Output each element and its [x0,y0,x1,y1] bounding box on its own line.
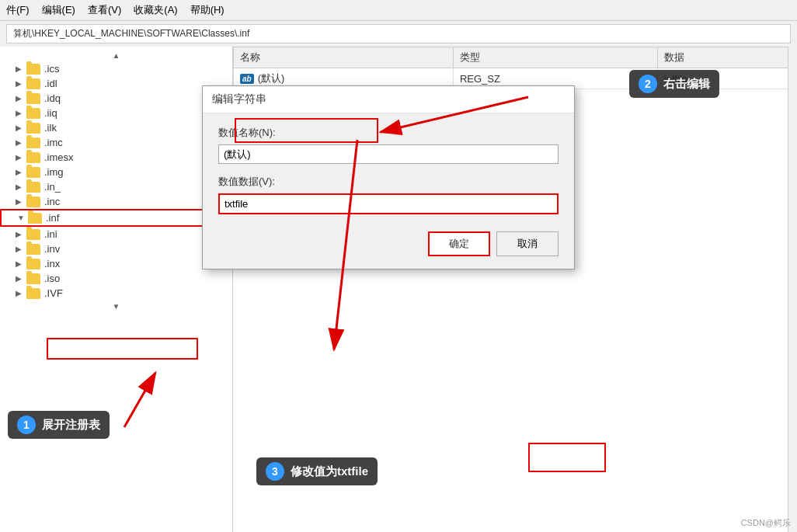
tree-label: .ini [44,228,57,240]
tree-label: .imc [44,137,63,148]
folder-icon [28,213,42,224]
menu-favorites[interactable]: 收藏夹(A) [134,3,177,17]
col-data: 数据 [657,47,796,68]
folder-icon [26,137,40,148]
folder-icon [26,273,40,284]
tree-arrow: ▶ [16,123,25,132]
name-label: 数值名称(N): [218,126,559,140]
watermark: CSDN@鳄乐 [741,517,791,529]
tree-item-inc[interactable]: ▶.inc [0,194,232,209]
address-path: 算机\HKEY_LOCAL_MACHINE\SOFTWARE\Classes\.… [13,28,249,39]
callout-text-2: 右击编辑 [663,77,710,92]
tree-label: .iso [44,273,60,284]
tree-arrow: ▶ [16,274,25,283]
folder-icon [26,78,40,89]
folder-icon [26,196,40,207]
menu-file[interactable]: 件(F) [6,3,30,17]
tree-label: .in_ [44,181,61,193]
callout-num-1: 1 [17,416,36,434]
menu-view[interactable]: 查看(V) [88,3,121,17]
menu-help[interactable]: 帮助(H) [190,3,224,17]
scroll-down-arrow[interactable]: ▼ [0,301,232,312]
folder-icon [26,93,40,104]
tree-item-img[interactable]: ▶.img [0,165,232,179]
edit-string-dialog: 编辑字符串 数值名称(N): 数值数据(V): 确定 取消 [202,85,575,269]
folder-icon [26,229,40,240]
tree-item-inv[interactable]: ▶.inv [0,242,232,256]
tree-label: .ilk [44,122,57,134]
folder-icon [26,288,40,299]
dialog-body: 数值名称(N): 数值数据(V): 确定 取消 [203,113,574,269]
menubar: 件(F) 编辑(E) 查看(V) 收藏夹(A) 帮助(H) [0,0,797,21]
data-label: 数值数据(V): [218,175,559,189]
tree-label: .imesx [44,151,74,163]
tree-item-ini[interactable]: ▶.ini [0,227,232,242]
tree-label: .iiq [44,107,57,119]
address-bar: 算机\HKEY_LOCAL_MACHINE\SOFTWARE\Classes\.… [6,24,791,43]
tree-item-ilk[interactable]: ▶.ilk [0,120,232,135]
folder-icon [26,108,40,119]
cancel-button[interactable]: 取消 [496,231,559,256]
tree-label: .idl [44,78,57,89]
vertical-scrollbar[interactable] [788,47,797,532]
tree-item-iiq[interactable]: ▶.iiq [0,106,232,120]
tree-label: .idq [44,92,61,104]
tree-item-inx[interactable]: ▶.inx [0,256,232,271]
tree-arrow: ▶ [16,109,25,117]
tree-item-in_[interactable]: ▶.in_ [0,179,232,194]
dialog-buttons: 确定 取消 [218,231,559,256]
tree-item-idl[interactable]: ▶.idl [0,76,232,91]
tree-label: .inx [44,258,60,269]
tree-arrow: ▶ [16,259,25,268]
tree-arrow: ▶ [16,245,25,253]
folder-icon [26,167,40,178]
tree-label: .inf [46,212,59,224]
name-input[interactable] [218,144,559,164]
callout-num-2: 2 [639,75,657,93]
folder-icon [26,152,40,163]
tree-arrow: ▶ [16,94,25,103]
tree-arrow: ▼ [17,214,26,222]
callout-3: 3 修改值为txtfile [256,457,378,485]
tree-label: .img [44,166,64,178]
tree-arrow: ▶ [16,79,25,88]
callout-text-1: 展开注册表 [42,418,100,433]
callout-num-3: 3 [266,462,284,481]
tree-arrow: ▶ [16,197,25,206]
col-type: 类型 [453,47,657,68]
tree-item-inf[interactable]: ▼.inf [0,209,232,227]
menu-edit[interactable]: 编辑(E) [42,3,75,17]
callout-2: 2 右击编辑 [629,70,719,98]
tree-item-imesx[interactable]: ▶.imesx [0,150,232,165]
tree-item-ics[interactable]: ▶.ics [0,61,232,76]
tree-label: .inc [44,196,60,207]
value-type-icon: ab [240,74,254,84]
tree-item-idq[interactable]: ▶.idq [0,91,232,106]
scroll-up-arrow[interactable]: ▲ [0,50,232,61]
folder-icon [26,244,40,255]
ok-button[interactable]: 确定 [428,231,490,256]
tree-item-iso[interactable]: ▶.iso [0,271,232,286]
tree-label: .IVF [44,287,63,299]
tree-arrow: ▶ [16,168,25,176]
tree-arrow: ▶ [16,289,25,297]
tree-panel[interactable]: ▲ ▶.ics▶.idl▶.idq▶.iiq▶.ilk▶.imc▶.imesx▶… [0,47,233,532]
main-layout: ▲ ▶.ics▶.idl▶.idq▶.iiq▶.ilk▶.imc▶.imesx▶… [0,47,797,532]
tree-label: .inv [44,243,60,255]
tree-arrow: ▶ [16,138,25,147]
tree-arrow: ▶ [16,153,25,162]
folder-icon [26,123,40,134]
tree-item-IVF[interactable]: ▶.IVF [0,286,232,301]
tree-arrow: ▶ [16,64,25,73]
reg-name: (默认) [258,72,285,84]
tree-arrow: ▶ [16,183,25,191]
folder-icon [26,64,40,75]
tree-item-imc[interactable]: ▶.imc [0,135,232,150]
data-input[interactable] [218,193,559,214]
callout-1: 1 展开注册表 [8,411,110,439]
dialog-title: 编辑字符串 [203,86,574,113]
folder-icon [26,259,40,269]
tree-arrow: ▶ [16,230,25,238]
tree-label: .ics [44,63,60,75]
folder-icon [26,182,40,193]
